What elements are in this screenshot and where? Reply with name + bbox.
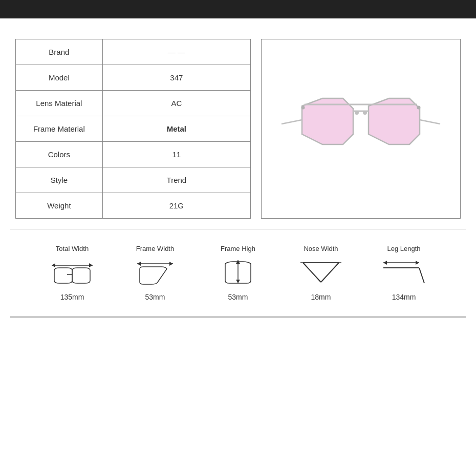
table-value: AC bbox=[102, 91, 250, 116]
table-value: 11 bbox=[102, 142, 250, 167]
svg-line-20 bbox=[303, 263, 321, 282]
dimension-label: Nose Width bbox=[304, 245, 338, 252]
dimensions-section: Total Width 135mmFrame Width 53mmFrame H… bbox=[10, 229, 466, 311]
table-value: 21G bbox=[102, 193, 250, 219]
page-header bbox=[0, 0, 476, 18]
dimension-label: Leg Length bbox=[387, 245, 420, 252]
table-value: Trend bbox=[102, 167, 250, 193]
dimension-label: Total Width bbox=[56, 245, 89, 252]
nose-width-icon bbox=[298, 258, 344, 288]
dimension-value: 18mm bbox=[311, 293, 331, 301]
svg-point-8 bbox=[301, 105, 305, 109]
frame-width-icon bbox=[132, 258, 178, 288]
dimension-label: Frame Width bbox=[136, 245, 174, 252]
svg-marker-16 bbox=[169, 262, 173, 266]
dimension-value: 134mm bbox=[392, 293, 416, 301]
frame-high-icon bbox=[215, 258, 261, 288]
product-image-box bbox=[261, 39, 461, 219]
svg-marker-12 bbox=[89, 263, 93, 267]
table-label: Weight bbox=[16, 193, 103, 219]
table-label: Brand bbox=[16, 39, 103, 65]
dimension-item: Frame Width 53mm bbox=[132, 245, 178, 301]
table-label: Style bbox=[16, 167, 103, 193]
svg-line-5 bbox=[420, 120, 440, 124]
svg-point-9 bbox=[417, 105, 421, 109]
table-value: Metal bbox=[102, 116, 250, 142]
dimension-value: 135mm bbox=[60, 293, 84, 301]
dimension-value: 53mm bbox=[145, 293, 165, 301]
svg-marker-19 bbox=[236, 280, 240, 283]
svg-point-7 bbox=[363, 111, 367, 115]
dimension-item: Leg Length 134mm bbox=[381, 245, 427, 301]
dimension-item: Frame High 53mm bbox=[215, 245, 261, 301]
table-label: Model bbox=[16, 65, 103, 91]
svg-marker-28 bbox=[416, 261, 419, 265]
svg-marker-11 bbox=[52, 263, 55, 267]
main-content: Brand— —Model347Lens MaterialACFrame Mat… bbox=[0, 18, 476, 229]
bottom-line bbox=[10, 316, 466, 318]
svg-marker-15 bbox=[137, 262, 141, 266]
dimension-item: Total Width 135mm bbox=[49, 245, 95, 301]
svg-marker-27 bbox=[383, 261, 387, 265]
dimension-label: Frame High bbox=[221, 245, 255, 252]
table-label: Frame Material bbox=[16, 116, 103, 142]
product-image bbox=[274, 78, 448, 180]
svg-point-6 bbox=[355, 111, 359, 115]
table-label: Colors bbox=[16, 142, 103, 167]
table-label: Lens Material bbox=[16, 91, 103, 116]
svg-line-25 bbox=[419, 268, 424, 283]
dimension-item: Nose Width 18mm bbox=[298, 245, 344, 301]
table-value: — — bbox=[102, 39, 250, 65]
table-value: 347 bbox=[102, 65, 250, 91]
total-width-icon bbox=[49, 258, 95, 288]
svg-line-21 bbox=[321, 263, 339, 282]
product-info-table: Brand— —Model347Lens MaterialACFrame Mat… bbox=[15, 39, 251, 219]
svg-line-4 bbox=[282, 120, 302, 124]
dimension-value: 53mm bbox=[228, 293, 248, 301]
leg-length-icon bbox=[381, 258, 427, 288]
